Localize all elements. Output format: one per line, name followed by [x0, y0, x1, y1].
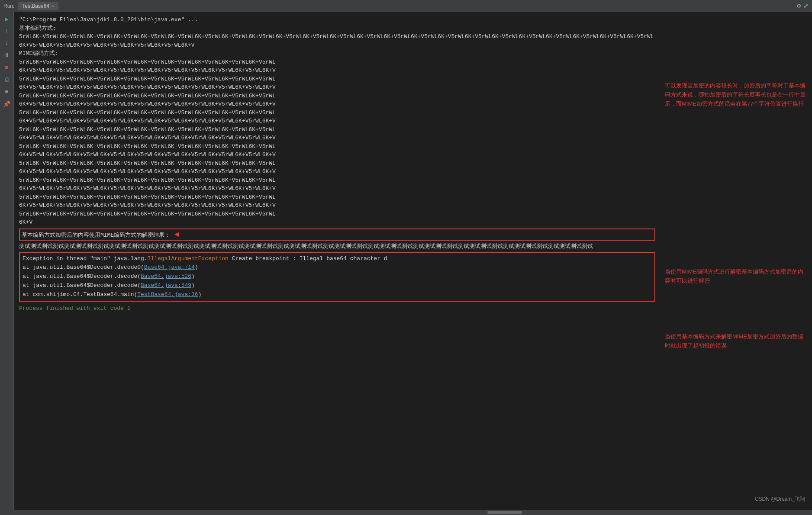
main-area: "C:\Program Files\Java\jdk1.8.0_201\bin\…	[14, 12, 812, 510]
mime-enc-line: 6K+V5rWL6K+V5rWL6K+V5rWL6K+V5rWL6K+V5rWL…	[14, 151, 661, 159]
title-bar: Run: TestBase64 × ⚙ ⤢	[0, 0, 812, 12]
result-label: 基本编码方式加密后的内容使用MIME编码方式的解密结果：	[22, 232, 170, 238]
mime-enc-line: 6K+V5rWL6K+V5rWL6K+V5rWL6K+V5rWL6K+V5rWL…	[14, 83, 661, 92]
ide-wrapper: ▶ ↑ ↓ ⏸ ■ ⎙ ≡ 📌 "C:\Program Files\Java\j…	[0, 12, 812, 510]
mime-enc-line: 5rWL6K+V5rWL6K+V5rWL6K+V5rWL6K+V5rWL6K+V…	[14, 58, 661, 67]
exception-link-1[interactable]: Base64.java:714	[144, 264, 195, 270]
mime-enc-line: 5rWL6K+V5rWL6K+V5rWL6K+V5rWL6K+V5rWL6K+V…	[14, 75, 661, 84]
exception-line-1: Exception in thread "main" java.lang.Ill…	[23, 254, 652, 264]
process-line: Process finished with exit code 1	[14, 303, 661, 312]
pin-button[interactable]: 📌	[2, 99, 12, 109]
annotation-3-text: 当使用基本编码方式来解密MIME加密方式加密后的数据时就出现了起初报的错误	[665, 333, 803, 349]
exception-at-2b: )	[191, 273, 195, 280]
mime-enc-line: 6K+V	[14, 218, 661, 227]
tab-name: TestBase64	[22, 3, 49, 9]
mime-enc-line: 6K+V5rWL6K+V5rWL6K+V5rWL6K+V5rWL6K+V5rWL…	[14, 66, 661, 75]
exception-link-4[interactable]: TestBase64.java:36	[137, 291, 198, 298]
exception-at-2: at java.util.Base64$Decoder.decode(	[23, 273, 141, 280]
result-arrow-icon: ◄	[174, 230, 179, 239]
settings-icon[interactable]: ⚙	[797, 2, 801, 10]
console-area[interactable]: "C:\Program Files\Java\jdk1.8.0_201\bin\…	[14, 12, 661, 510]
mime-enc-line: 6K+V5rWL6K+V5rWL6K+V5rWL6K+V5rWL6K+V5rWL…	[14, 167, 661, 176]
annotation-1-text: 可以发现当加密的内容很长时，加密后的字符对于基本编码方式来说，哪怕加密后的字符长…	[665, 82, 806, 107]
basic-enc-label: 基本编码方式:	[14, 24, 661, 33]
exception-line-3: at java.util.Base64$Decoder.decode(Base6…	[23, 272, 652, 281]
exception-link-3[interactable]: Base64.java:549	[141, 282, 191, 289]
annotation-3: 当使用基本编码方式来解密MIME加密方式加密后的数据时就出现了起初报的错误	[665, 332, 808, 351]
mime-enc-line: 5rWL6K+V5rWL6K+V5rWL6K+V5rWL6K+V5rWL6K+V…	[14, 193, 661, 202]
mime-enc-line: 5rWL6K+V5rWL6K+V5rWL6K+V5rWL6K+V5rWL6K+V…	[14, 126, 661, 134]
exception-text-1: Exception in thread "main" java.lang.	[23, 255, 148, 262]
exception-line-4: at java.util.Base64$Decoder.decode(Base6…	[23, 281, 652, 290]
exception-text-2: Create breakpoint : Illegal base64	[229, 255, 350, 262]
mime-enc-line: 5rWL6K+V5rWL6K+V5rWL6K+V5rWL6K+V5rWL6K+V…	[14, 210, 661, 219]
console-content: "C:\Program Files\Java\jdk1.8.0_201\bin\…	[14, 16, 661, 506]
exception-link-2[interactable]: Base64.java:526	[141, 273, 191, 280]
annotation-panel: 可以发现当加密的内容很长时，加密后的字符对于基本编码方式来说，哪怕加密后的字符长…	[661, 12, 812, 510]
result-box: 基本编码方式加密后的内容使用MIME编码方式的解密结果： ◄	[19, 229, 655, 241]
exception-class: IllegalArgumentException	[148, 255, 229, 262]
exception-at-1: at java.util.Base64$Decoder.decode0(	[23, 264, 144, 270]
left-toolbar: ▶ ↑ ↓ ⏸ ■ ⎙ ≡ 📌	[0, 12, 14, 510]
exception-char: d	[380, 255, 387, 262]
stop-button[interactable]: ■	[2, 62, 12, 73]
exception-at-3b: )	[191, 282, 195, 289]
menu-button[interactable]: ≡	[2, 87, 12, 97]
exception-at-3: at java.util.Base64$Decoder.decode(	[23, 282, 141, 289]
step-button[interactable]: ↓	[2, 38, 12, 48]
run-tab[interactable]: TestBase64 ×	[18, 2, 58, 10]
mime-enc-line: 6K+V5rWL6K+V5rWL6K+V5rWL6K+V5rWL6K+V5rWL…	[14, 134, 661, 142]
pause-button[interactable]: ⏸	[2, 50, 12, 61]
title-bar-left: Run: TestBase64 ×	[3, 2, 58, 10]
exception-line-2: at java.util.Base64$Decoder.decode0(Base…	[23, 263, 652, 272]
bottom-scrollbar[interactable]	[0, 510, 812, 515]
print-button[interactable]: ⎙	[2, 74, 12, 85]
exception-keyword: character	[350, 255, 380, 262]
title-bar-right: ⚙ ⤢	[797, 2, 809, 10]
watermark: CSDN @Dream_飞翔	[755, 496, 805, 503]
mime-enc-line: 6K+V5rWL6K+V5rWL6K+V5rWL6K+V5rWL6K+V5rWL…	[14, 100, 661, 109]
mime-enc-line: 5rWL6K+V5rWL6K+V5rWL6K+V5rWL6K+V5rWL6K+V…	[14, 109, 661, 117]
mime-enc-line: 6K+V5rWL6K+V5rWL6K+V5rWL6K+V5rWL6K+V5rWL…	[14, 117, 661, 126]
run-label: Run:	[3, 3, 14, 9]
mime-enc-label: MIME编码方式:	[14, 49, 661, 58]
mime-enc-line: 5rWL6K+V5rWL6K+V5rWL6K+V5rWL6K+V5rWL6K+V…	[14, 142, 661, 151]
annotation-1: 可以发现当加密的内容很长时，加密后的字符对于基本编码方式来说，哪怕加密后的字符长…	[665, 81, 808, 108]
mime-enc-line: 5rWL6K+V5rWL6K+V5rWL6K+V5rWL6K+V5rWL6K+V…	[14, 159, 661, 168]
mime-enc-line: 5rWL6K+V5rWL6K+V5rWL6K+V5rWL6K+V5rWL6K+V…	[14, 92, 661, 100]
exception-line-5: at com.shijimo.C4.TestBase64.main(TestBa…	[23, 290, 652, 299]
java-exec-line: "C:\Program Files\Java\jdk1.8.0_201\bin\…	[14, 16, 661, 24]
tab-close-icon[interactable]: ×	[52, 3, 54, 8]
exception-at-1b: )	[195, 264, 198, 270]
mime-enc-line: 5rWL6K+V5rWL6K+V5rWL6K+V5rWL6K+V5rWL6K+V…	[14, 176, 661, 185]
mime-enc-line: 6K+V5rWL6K+V5rWL6K+V5rWL6K+V5rWL6K+V5rWL…	[14, 184, 661, 193]
mime-enc-lines: 5rWL6K+V5rWL6K+V5rWL6K+V5rWL6K+V5rWL6K+V…	[14, 58, 661, 227]
exception-box: Exception in thread "main" java.lang.Ill…	[19, 252, 655, 302]
exception-at-4b: )	[198, 291, 202, 298]
mime-enc-line: 6K+V5rWL6K+V5rWL6K+V5rWL6K+V5rWL6K+V5rWL…	[14, 201, 661, 210]
scroll-thumb[interactable]	[487, 511, 522, 514]
rerun-button[interactable]: ↑	[2, 26, 12, 36]
exception-at-4: at com.shijimo.C4.TestBase64.main(	[23, 291, 137, 298]
expand-icon[interactable]: ⤢	[803, 2, 809, 10]
annotation-2: 当使用MIME编码方式进行解密基本编码方式加密后的内容时可以进行解密	[665, 267, 808, 286]
annotation-2-text: 当使用MIME编码方式进行解密基本编码方式加密后的内容时可以进行解密	[665, 268, 803, 284]
run-button[interactable]: ▶	[2, 14, 12, 24]
test-line: 测试测试测试测试测试测试测试测试测试测试测试测试测试测试测试测试测试测试测试测试…	[14, 242, 661, 250]
basic-enc-line: 5rWL6K+V5rWL6K+V5rWL6K+V5rWL6K+V5rWL6K+V…	[14, 32, 661, 49]
